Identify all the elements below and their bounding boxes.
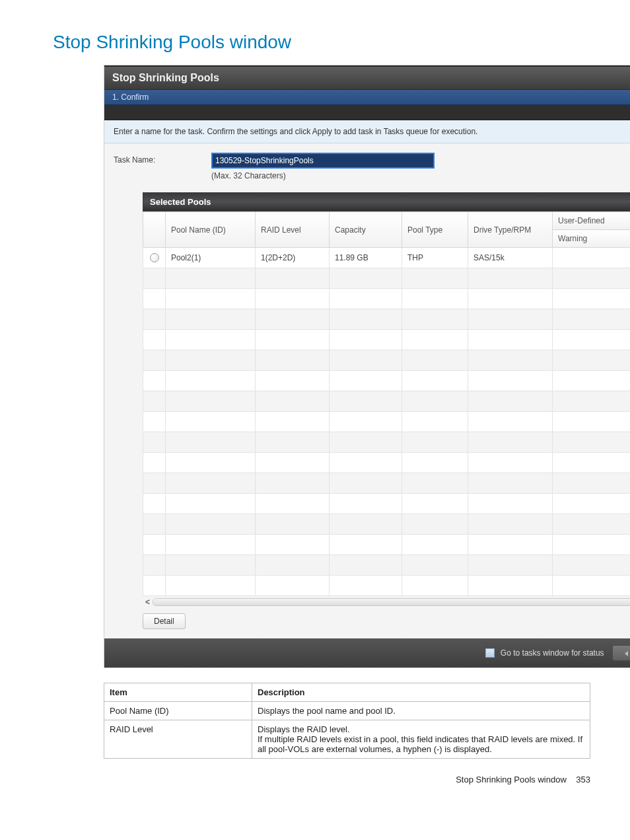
scroll-track[interactable] xyxy=(153,598,630,606)
dialog-instruction: Enter a name for the task. Confirm the s… xyxy=(104,120,630,143)
selected-pools-table: Pool Name (ID) RAID Level Capacity Pool … xyxy=(143,211,630,596)
cell-pool-name: Pool2(1) xyxy=(166,248,256,268)
cell-drive-type: SAS/15k xyxy=(468,248,553,268)
task-name-input[interactable] xyxy=(211,153,435,169)
table-row xyxy=(143,330,631,350)
col-pool-name: Pool Name (ID) xyxy=(166,212,256,248)
table-row xyxy=(143,350,631,371)
dialog-footer: Go to tasks window for status Back Next … xyxy=(104,638,630,668)
selected-pools-header: Selected Pools xyxy=(143,192,630,211)
table-row xyxy=(143,514,631,535)
desc-head-description: Description xyxy=(252,683,590,702)
scroll-thumb[interactable] xyxy=(153,599,630,605)
cell-warning xyxy=(553,248,631,268)
table-hscrollbar[interactable]: < xyxy=(143,596,630,611)
dialog-stop-shrinking-pools: Stop Shrinking Pools 1. Confirm Enter a … xyxy=(104,65,630,668)
col-select xyxy=(143,212,166,248)
row-select-radio[interactable] xyxy=(150,253,159,262)
table-row xyxy=(143,555,631,576)
table-row xyxy=(143,268,631,289)
table-row xyxy=(143,576,631,596)
task-name-row: Task Name: (Max. 32 Characters) xyxy=(114,153,630,180)
page-footer: Stop Shrinking Pools window 353 xyxy=(0,775,590,784)
dialog-strip xyxy=(104,105,630,120)
col-capacity: Capacity xyxy=(330,212,402,248)
col-raid-level: RAID Level xyxy=(256,212,330,248)
desc-row: Pool Name (ID) Displays the pool name an… xyxy=(104,702,590,720)
cell-capacity: 11.89 GB xyxy=(330,248,402,268)
back-button[interactable]: Back xyxy=(612,645,630,661)
table-row xyxy=(143,289,631,309)
cell-pool-type: THP xyxy=(402,248,468,268)
selected-pools-tbody: Pool2(1) 1(2D+2D) 11.89 GB THP SAS/15k xyxy=(143,248,631,596)
footer-label: Stop Shrinking Pools window xyxy=(456,775,567,784)
wizard-step-confirm: 1. Confirm xyxy=(104,90,630,105)
table-row xyxy=(143,432,631,453)
table-row xyxy=(143,535,631,555)
table-row xyxy=(143,473,631,494)
field-description-table: Item Description Pool Name (ID) Displays… xyxy=(104,683,590,759)
table-row xyxy=(143,309,631,330)
go-to-tasks-label: Go to tasks window for status xyxy=(501,648,604,658)
table-row xyxy=(143,371,631,391)
desc-item: RAID Level xyxy=(104,720,252,759)
dialog-body: Task Name: (Max. 32 Characters) Selected… xyxy=(104,143,630,638)
desc-row: RAID Level Displays the RAID level. If m… xyxy=(104,720,590,759)
selected-pools-section: Selected Pools Pool Name (ID) RAID Level… xyxy=(143,192,630,633)
col-user-defined-group: User-Defined xyxy=(553,212,631,230)
detail-button[interactable]: Detail xyxy=(143,613,186,629)
page-title: Stop Shrinking Pools window xyxy=(53,32,630,53)
desc-item: Pool Name (ID) xyxy=(104,702,252,720)
desc-text: Displays the pool name and pool ID. xyxy=(252,702,590,720)
cell-raid-level: 1(2D+2D) xyxy=(256,248,330,268)
col-warning: Warning xyxy=(553,230,631,248)
table-row xyxy=(143,391,631,412)
desc-head-item: Item xyxy=(104,683,252,702)
col-pool-type: Pool Type xyxy=(402,212,468,248)
footer-page-number: 353 xyxy=(576,775,590,784)
scroll-left-icon[interactable]: < xyxy=(143,597,153,607)
table-row xyxy=(143,412,631,432)
go-to-tasks-checkbox-group[interactable]: Go to tasks window for status xyxy=(485,648,604,658)
screenshot-area: Stop Shrinking Pools 1. Confirm Enter a … xyxy=(104,65,630,668)
checkbox-icon[interactable] xyxy=(485,648,495,658)
table-row xyxy=(143,494,631,514)
desc-text: Displays the RAID level. If multiple RAI… xyxy=(252,720,590,759)
task-name-label: Task Name: xyxy=(114,153,211,165)
dialog-title: Stop Shrinking Pools xyxy=(104,65,630,90)
task-name-hint: (Max. 32 Characters) xyxy=(211,171,435,180)
table-row[interactable]: Pool2(1) 1(2D+2D) 11.89 GB THP SAS/15k xyxy=(143,248,631,268)
col-drive-type: Drive Type/RPM xyxy=(468,212,553,248)
table-row xyxy=(143,453,631,473)
